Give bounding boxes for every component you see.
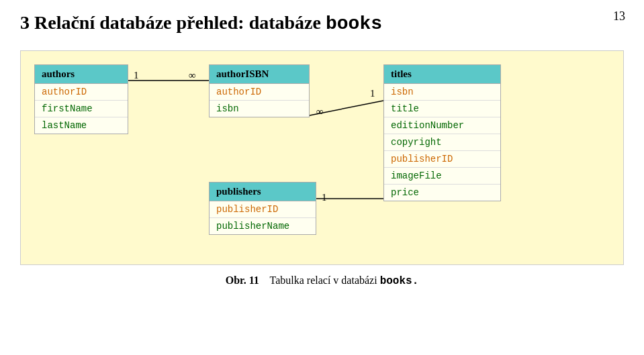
caption-label: Obr. 11 [226, 274, 259, 286]
titles-row-2: editionNumber [384, 117, 500, 134]
caption-mono: books. [380, 275, 419, 287]
rel-label-1c: 1 [322, 192, 327, 203]
titles-row-3: copyright [384, 134, 500, 151]
authors-row-0: authorID [35, 84, 128, 101]
authors-row-1: firstName [35, 101, 128, 117]
table-authorisbn: authorISBN authorID isbn [209, 64, 310, 117]
rel-label-1a: 1 [134, 70, 139, 81]
titles-row-6: price [384, 185, 500, 201]
authors-row-2: lastName [35, 117, 128, 134]
titles-row-4: publisherID [384, 151, 500, 168]
caption-text: Tabulka relací v databázi [270, 274, 380, 286]
diagram-area: 1 ∞ ∞ 1 1 ∞ authors authorID firstName l… [20, 50, 624, 265]
caption: Obr. 11 Tabulka relací v databázi books. [20, 274, 624, 287]
page-title: 3 Relační databáze přehled: databáze boo… [20, 12, 624, 34]
titles-row-5: imageFile [384, 168, 500, 185]
publishers-row-1: publisherName [210, 218, 316, 234]
authorisbn-header: authorISBN [210, 65, 309, 84]
authorisbn-row-0: authorID [210, 84, 309, 101]
titles-header: titles [384, 65, 500, 84]
title-mono: books [326, 13, 382, 34]
rel-label-inf-a: ∞ [189, 70, 196, 81]
authorisbn-row-1: isbn [210, 101, 309, 117]
page-number: 13 [613, 9, 625, 23]
publishers-row-0: publisherID [210, 201, 316, 218]
publishers-header: publishers [210, 183, 316, 201]
table-authors: authors authorID firstName lastName [34, 64, 128, 134]
authors-header: authors [35, 65, 128, 84]
table-publishers: publishers publisherID publisherName [209, 182, 316, 235]
rel-label-1b: 1 [370, 88, 375, 99]
rel-label-inf-b: ∞ [316, 106, 324, 117]
titles-row-1: title [384, 101, 500, 117]
title-prefix: 3 Relační databáze přehled: databáze [20, 12, 326, 33]
table-titles: titles isbn title editionNumber copyrigh… [383, 64, 501, 201]
titles-row-0: isbn [384, 84, 500, 101]
